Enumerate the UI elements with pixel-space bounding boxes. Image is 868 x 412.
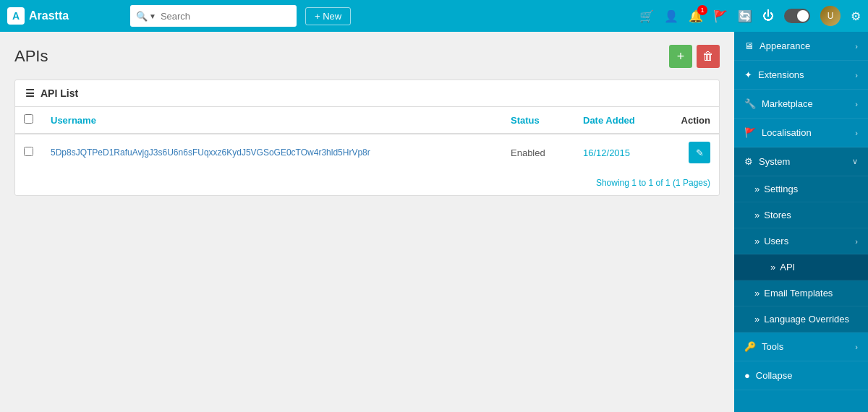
search-box[interactable]: 🔍 ▼: [130, 5, 297, 27]
showing-text: Showing 1 to 1 of 1 (1 Pages): [15, 171, 719, 195]
sidebar-sub-stores[interactable]: » Stores: [734, 202, 868, 228]
row-date-added: 16/12/2015: [574, 134, 661, 171]
row-username: 5Dp8sJQTPeD1RafuAvjgJ3s6U6n6sFUqxxz6KydJ…: [42, 134, 502, 171]
chevron-down-icon: ▼: [149, 12, 156, 20]
main-layout: APIs + 🗑 ☰ API List Usernam: [0, 32, 868, 412]
search-input[interactable]: [161, 11, 291, 22]
panel-body: Username Status Date Added Action 5Dp8sJ…: [15, 107, 719, 195]
brand[interactable]: A Arastta: [7, 7, 123, 25]
navbar-actions: + New: [305, 7, 351, 25]
table-body: 5Dp8sJQTPeD1RafuAvjgJ3s6U6n6sFUqxxz6KydJ…: [15, 134, 719, 171]
sidebar-label-system: System: [759, 156, 790, 167]
flag-icon: 🚩: [744, 127, 756, 138]
sub-label-email-templates: Email Templates: [764, 288, 833, 299]
chevron-right-icon: ›: [855, 42, 858, 51]
sidebar-sub-language-overrides[interactable]: » Language Overrides: [734, 306, 868, 332]
sub-label-api: API: [780, 262, 795, 272]
api-table: Username Status Date Added Action 5Dp8sJ…: [15, 107, 719, 171]
col-checkbox: [15, 107, 42, 134]
sidebar-sub-email-templates[interactable]: » Email Templates: [734, 280, 868, 306]
chevron-right-icon: »: [754, 288, 760, 299]
sidebar-item-localisation[interactable]: 🚩 Localisation ›: [734, 119, 868, 147]
sidebar-sub-api[interactable]: » API: [734, 254, 868, 280]
chevron-right-icon: »: [754, 236, 760, 246]
col-status[interactable]: Status: [502, 107, 574, 134]
row-status: Enabled: [502, 134, 574, 171]
panel-heading: ☰ API List: [15, 80, 719, 107]
sidebar-item-system[interactable]: ⚙ System ∨: [734, 147, 868, 176]
avatar[interactable]: U: [820, 6, 841, 26]
search-icon: 🔍: [136, 11, 148, 22]
refresh-icon[interactable]: 🔄: [738, 9, 752, 23]
chevron-right-icon: ›: [855, 129, 858, 137]
sidebar-sub-users[interactable]: » Users ›: [734, 228, 868, 254]
sidebar-item-extensions[interactable]: ✦ Extensions ›: [734, 61, 868, 90]
sidebar-item-marketplace[interactable]: 🔧 Marketplace ›: [734, 90, 868, 119]
sidebar-item-collapse[interactable]: ● Collapse: [734, 361, 868, 390]
chevron-right-icon: »: [754, 210, 760, 220]
page-title: APIs: [14, 47, 48, 66]
extensions-icon: ✦: [744, 69, 752, 80]
sub-label-language-overrides: Language Overrides: [764, 314, 849, 325]
chevron-right-icon: ›: [855, 237, 858, 246]
avatar-img: U: [820, 6, 841, 26]
search-dropdown[interactable]: 🔍 ▼: [136, 11, 156, 22]
flag-icon[interactable]: 🚩: [713, 9, 728, 23]
table-header-row: Username Status Date Added Action: [15, 107, 719, 134]
sidebar-label-appearance: Appearance: [760, 40, 810, 51]
brand-icon: A: [7, 7, 25, 25]
chevron-down-icon: ∨: [852, 157, 858, 166]
add-button[interactable]: +: [669, 45, 692, 68]
sidebar: 🖥 Appearance › ✦ Extensions › 🔧 Marketpl…: [734, 32, 868, 412]
row-checkbox-cell[interactable]: [15, 134, 42, 171]
theme-toggle[interactable]: [784, 9, 810, 23]
col-date-added[interactable]: Date Added: [574, 107, 661, 134]
header-actions: + 🗑: [669, 45, 720, 68]
brand-name: Arastta: [29, 9, 69, 22]
gear-icon: ⚙: [744, 156, 753, 167]
sidebar-label-tools: Tools: [762, 341, 783, 352]
edit-button[interactable]: ✎: [689, 142, 710, 163]
select-all-checkbox[interactable]: [24, 114, 33, 124]
chevron-right-icon: ›: [855, 71, 858, 80]
chevron-right-icon: »: [754, 314, 760, 325]
sidebar-label-marketplace: Marketplace: [762, 98, 813, 109]
sidebar-label-localisation: Localisation: [762, 127, 812, 138]
page-header: APIs + 🗑: [14, 45, 720, 68]
row-action-cell: ✎: [661, 134, 719, 171]
panel-title: API List: [41, 87, 78, 99]
wrench-icon: 🔑: [744, 341, 756, 352]
monitor-icon: 🖥: [744, 40, 754, 51]
marketplace-icon: 🔧: [744, 98, 756, 109]
navbar-right: 🛒 👤 🔔 1 🚩 🔄 ⏻ U ⚙: [639, 6, 861, 26]
sidebar-label-collapse: Collapse: [756, 370, 793, 381]
col-username[interactable]: Username: [42, 107, 502, 134]
chevron-right-icon: »: [770, 262, 775, 272]
chevron-right-icon: ›: [855, 343, 858, 351]
user-icon[interactable]: 👤: [664, 9, 678, 23]
collapse-icon: ●: [744, 370, 750, 381]
chevron-right-icon: »: [754, 184, 760, 194]
sub-label-stores: Stores: [764, 210, 791, 220]
notification-badge: 1: [697, 5, 707, 15]
cart-icon[interactable]: 🛒: [639, 9, 654, 23]
row-checkbox[interactable]: [24, 147, 33, 156]
sidebar-sub-settings[interactable]: » Settings: [734, 176, 868, 202]
new-button[interactable]: + New: [305, 7, 351, 25]
content-area: APIs + 🗑 ☰ API List Usernam: [0, 32, 734, 412]
system-submenu: » Settings » Stores » Users › » API: [734, 176, 868, 332]
notification-icon[interactable]: 🔔 1: [689, 9, 703, 23]
table-row: 5Dp8sJQTPeD1RafuAvjgJ3s6U6n6sFUqxxz6KydJ…: [15, 134, 719, 171]
list-icon: ☰: [25, 87, 35, 99]
settings-icon[interactable]: ⚙: [851, 9, 861, 23]
sidebar-item-tools[interactable]: 🔑 Tools ›: [734, 332, 868, 361]
sub-label-settings: Settings: [764, 184, 798, 194]
navbar: A Arastta 🔍 ▼ + New 🛒 👤 🔔 1 🚩 🔄 ⏻ U ⚙: [0, 0, 868, 32]
power-icon[interactable]: ⏻: [762, 9, 774, 22]
sub-label-users: Users: [764, 236, 788, 246]
delete-button[interactable]: 🗑: [697, 45, 720, 68]
col-action: Action: [661, 107, 719, 134]
sidebar-item-appearance[interactable]: 🖥 Appearance ›: [734, 32, 868, 61]
chevron-right-icon: ›: [855, 100, 858, 108]
sidebar-label-extensions: Extensions: [758, 69, 804, 80]
